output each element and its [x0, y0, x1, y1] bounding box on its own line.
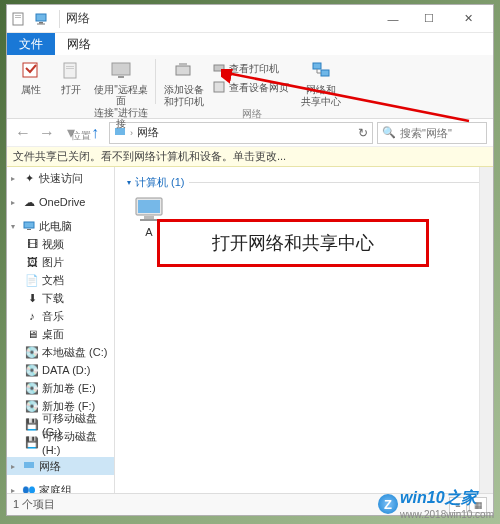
- explorer-window: 网络 — ☐ ✕ 文件 网络 属性 打开: [6, 4, 494, 516]
- documents-icon: 📄: [25, 273, 39, 287]
- network-sharing-center-icon: [309, 59, 333, 83]
- add-devices-label-1: 添加设备: [164, 84, 204, 95]
- svg-rect-7: [64, 63, 76, 78]
- remote-desktop-label-2: 连接"进行连接: [93, 107, 149, 129]
- pictures-icon: 🖼: [25, 255, 39, 269]
- content-pane[interactable]: ▾ 计算机 (1) A 打开网络和共享中心: [115, 167, 493, 493]
- disk-icon: 💽: [25, 363, 39, 377]
- svg-rect-21: [27, 229, 31, 230]
- desktop-icon: 🖥: [25, 327, 39, 341]
- view-printers-button[interactable]: 查看打印机: [210, 59, 291, 77]
- svg-rect-24: [138, 200, 160, 213]
- properties-label: 属性: [21, 84, 41, 95]
- homegroup-icon: 👥: [22, 483, 36, 493]
- network-icon: [33, 11, 49, 27]
- pc-icon: [22, 219, 36, 233]
- network-icon: [22, 459, 36, 473]
- removable-disk-icon: 💾: [25, 417, 39, 431]
- svg-rect-14: [214, 65, 224, 71]
- watermark-logo-icon: Z: [378, 494, 398, 514]
- search-input[interactable]: [400, 127, 482, 139]
- disk-icon: 💽: [25, 345, 39, 359]
- svg-rect-13: [179, 63, 187, 66]
- refresh-button[interactable]: ↻: [358, 126, 368, 140]
- nav-documents[interactable]: 📄文档: [7, 271, 114, 289]
- svg-rect-26: [140, 219, 158, 221]
- search-icon: 🔍: [382, 126, 396, 139]
- minimize-button[interactable]: —: [375, 8, 411, 30]
- nav-downloads[interactable]: ⬇下载: [7, 289, 114, 307]
- disk-icon: 💽: [25, 399, 39, 413]
- nav-onedrive[interactable]: ▸☁OneDrive: [7, 193, 114, 211]
- svg-rect-20: [24, 222, 34, 228]
- svg-rect-5: [37, 23, 45, 24]
- vertical-scrollbar[interactable]: [479, 167, 493, 493]
- watermark-url: www.2018win10.com: [400, 509, 494, 520]
- nav-quick-access[interactable]: ▸✦快速访问: [7, 169, 114, 187]
- group-header-text: 计算机 (1): [135, 175, 185, 190]
- add-devices-label-2: 和打印机: [164, 96, 204, 107]
- svg-rect-4: [39, 22, 43, 24]
- open-icon: [59, 59, 83, 83]
- close-button[interactable]: ✕: [447, 8, 489, 30]
- nav-disk-e[interactable]: 💽新加卷 (E:): [7, 379, 114, 397]
- information-bar[interactable]: 文件共享已关闭。看不到网络计算机和设备。单击更改...: [7, 147, 493, 167]
- remote-desktop-label-1: 使用"远程桌面: [93, 84, 149, 106]
- svg-rect-10: [112, 63, 130, 75]
- titlebar: 网络 — ☐ ✕: [7, 5, 493, 33]
- watermark-brand: win10之家: [400, 489, 476, 506]
- svg-rect-8: [66, 66, 74, 67]
- group-header-computers[interactable]: ▾ 计算机 (1): [125, 173, 483, 196]
- ribbon-section-network: 添加设备 和打印机 查看打印机 查看设备网页: [156, 55, 347, 118]
- network-sharing-center-button[interactable]: 网络和 共享中心: [301, 57, 341, 107]
- view-devices-label: 查看设备网页: [229, 82, 289, 93]
- remote-desktop-button[interactable]: 使用"远程桌面 连接"进行连接: [93, 57, 149, 129]
- navigation-pane[interactable]: ▸✦快速访问 ▸☁OneDrive ▾此电脑 🎞视频 🖼图片 📄文档 ⬇下载 ♪…: [7, 167, 115, 493]
- cloud-icon: ☁: [22, 195, 36, 209]
- open-label: 打开: [61, 84, 81, 95]
- nav-this-pc[interactable]: ▾此电脑: [7, 217, 114, 235]
- search-box[interactable]: 🔍: [377, 122, 487, 144]
- view-printers-label: 查看打印机: [229, 63, 279, 74]
- information-bar-text: 文件共享已关闭。看不到网络计算机和设备。单击更改...: [13, 149, 286, 164]
- nav-homegroup[interactable]: ▸👥家庭组: [7, 481, 114, 493]
- device-page-icon: [212, 80, 226, 94]
- nav-disk-c[interactable]: 💽本地磁盘 (C:): [7, 343, 114, 361]
- callout-text: 打开网络和共享中心: [212, 231, 374, 255]
- ribbon: 属性 打开 使用"远程桌面 连接"进行连接 位置: [7, 55, 493, 119]
- properties-icon: [19, 59, 43, 83]
- nav-videos[interactable]: 🎞视频: [7, 235, 114, 253]
- star-icon: ✦: [22, 171, 36, 185]
- maximize-button[interactable]: ☐: [411, 8, 447, 30]
- nav-desktop[interactable]: 🖥桌面: [7, 325, 114, 343]
- view-devices-button[interactable]: 查看设备网页: [210, 78, 291, 96]
- add-devices-icon: [172, 59, 196, 83]
- nav-music[interactable]: ♪音乐: [7, 307, 114, 325]
- network-center-label-1: 网络和: [306, 84, 336, 95]
- removable-disk-icon: 💾: [25, 435, 39, 449]
- nav-network[interactable]: ▸网络: [7, 457, 114, 475]
- svg-rect-22: [24, 462, 34, 468]
- svg-rect-17: [321, 70, 329, 76]
- remote-desktop-icon: [109, 59, 133, 83]
- tab-network[interactable]: 网络: [55, 33, 103, 55]
- ribbon-section-location: 属性 打开 使用"远程桌面 连接"进行连接 位置: [7, 55, 155, 118]
- titlebar-separator: [59, 10, 60, 28]
- add-devices-button[interactable]: 添加设备 和打印机: [162, 57, 206, 107]
- nav-disk-h[interactable]: 💾可移动磁盘 (H:): [7, 433, 114, 451]
- open-button[interactable]: 打开: [53, 57, 89, 129]
- file-icon[interactable]: [11, 11, 27, 27]
- nav-disk-d[interactable]: 💽DATA (D:): [7, 361, 114, 379]
- svg-rect-3: [36, 14, 46, 21]
- section-network-label: 网络: [242, 107, 262, 121]
- svg-rect-1: [15, 15, 21, 16]
- music-icon: ♪: [25, 309, 39, 323]
- svg-rect-0: [13, 13, 23, 25]
- properties-button[interactable]: 属性: [13, 57, 49, 129]
- tab-file[interactable]: 文件: [7, 33, 55, 55]
- section-location-label: 位置: [71, 129, 91, 143]
- nav-pictures[interactable]: 🖼图片: [7, 253, 114, 271]
- body: ▸✦快速访问 ▸☁OneDrive ▾此电脑 🎞视频 🖼图片 📄文档 ⬇下载 ♪…: [7, 167, 493, 493]
- downloads-icon: ⬇: [25, 291, 39, 305]
- svg-rect-16: [313, 63, 321, 69]
